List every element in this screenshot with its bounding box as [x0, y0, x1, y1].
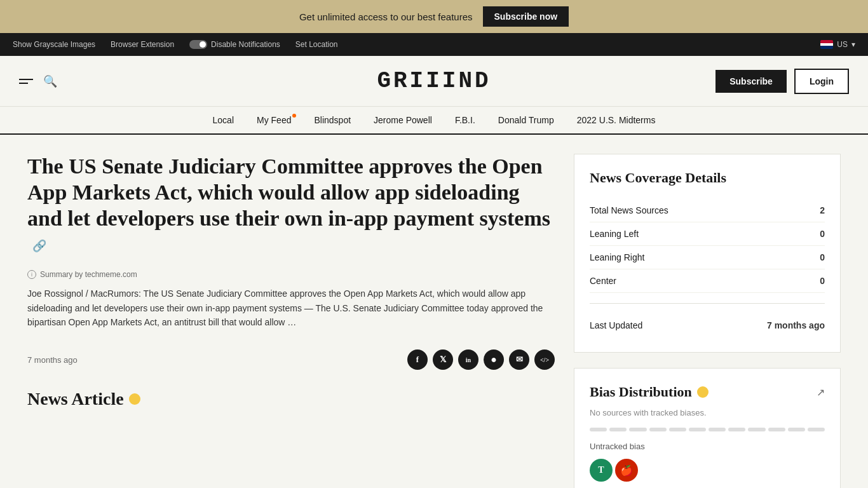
bias-card: Bias Distribution ↗ No sources with trac…	[574, 368, 841, 488]
header-right: Subscribe Login	[715, 69, 849, 94]
nav-item-blindspot[interactable]: Blindspot	[314, 115, 351, 125]
bias-header: Bias Distribution ↗	[590, 384, 825, 400]
coverage-row-sources: Total News Sources 2	[590, 199, 825, 222]
coverage-label-right: Leaning Right	[590, 252, 644, 262]
summary-source: Summary by techmeme.com	[40, 270, 137, 279]
set-location-link[interactable]: Set Location	[295, 40, 338, 49]
bias-title: Bias Distribution	[590, 384, 709, 400]
nav-dot-myfeed	[292, 114, 296, 118]
untracked-label: Untracked bias	[590, 442, 825, 451]
nav-item-fbi[interactable]: F.B.I.	[455, 115, 475, 125]
bias-bar-12	[808, 428, 825, 431]
section-heading: News Article	[27, 389, 555, 409]
bias-subtitle: No sources with tracked biases.	[590, 408, 825, 417]
coverage-row-updated: Last Updated 7 months ago	[590, 314, 825, 337]
info-icon: i	[27, 270, 36, 279]
banner-text: Get unlimited access to our best feature…	[299, 11, 473, 22]
us-flag-icon	[820, 40, 833, 49]
coverage-label-sources: Total News Sources	[590, 205, 668, 215]
main-article: The US Senate Judiciary Committee approv…	[27, 154, 555, 488]
sidebar: News Coverage Details Total News Sources…	[574, 154, 841, 488]
share-facebook[interactable]: f	[407, 349, 428, 370]
page-content: The US Senate Judiciary Committee approv…	[15, 135, 853, 488]
bias-bar-9	[748, 428, 765, 431]
bias-yellow-dot	[697, 386, 709, 398]
coverage-row-right: Leaning Right 0	[590, 246, 825, 269]
bias-bar-2	[609, 428, 627, 431]
toggle-switch-icon[interactable]	[189, 40, 207, 49]
article-body: Joe Rossignol / MacRumors: The US Senate…	[27, 287, 555, 329]
share-reddit[interactable]: ●	[484, 349, 504, 370]
bias-bar-8	[728, 428, 745, 431]
nav-item-myfeed[interactable]: My Feed	[257, 115, 291, 125]
coverage-row-center: Center 0	[590, 269, 825, 293]
article-time: 7 months ago	[27, 355, 78, 365]
coverage-value-sources: 2	[820, 205, 825, 215]
article-title: The US Senate Judiciary Committee approv…	[27, 154, 555, 257]
login-button[interactable]: Login	[794, 69, 849, 94]
coverage-value-right: 0	[820, 252, 825, 262]
coverage-card: News Coverage Details Total News Sources…	[574, 154, 841, 353]
avatar-a[interactable]: 🍎	[615, 459, 638, 482]
search-icon[interactable]: 🔍	[43, 74, 57, 88]
expand-icon[interactable]: ↗	[817, 386, 825, 398]
subscribe-now-button[interactable]: Subscribe now	[483, 6, 569, 27]
source-avatars: T 🍎	[590, 459, 825, 482]
region-chevron-icon: ▾	[851, 40, 855, 49]
region-label: US	[837, 40, 848, 49]
bias-bar-11	[788, 428, 805, 431]
nav-item-jerome[interactable]: Jerome Powell	[374, 115, 432, 125]
notifications-toggle[interactable]: Disable Notifications	[189, 40, 280, 49]
grayscale-toggle[interactable]: Show Grayscale Images	[13, 40, 95, 49]
coverage-label-left: Leaning Left	[590, 229, 639, 239]
bias-bar-7	[709, 428, 726, 431]
share-icons: f 𝕏 in ● ✉ </>	[407, 349, 555, 370]
avatar-t[interactable]: T	[590, 459, 613, 482]
coverage-value-updated: 7 months ago	[767, 320, 825, 330]
nav-item-midterms[interactable]: 2022 U.S. Midterms	[577, 115, 656, 125]
news-article-section: News Article	[27, 389, 555, 409]
coverage-row-left: Leaning Left 0	[590, 222, 825, 246]
article-link-icon[interactable]: 🔗	[32, 240, 46, 254]
share-twitter[interactable]: 𝕏	[433, 349, 453, 370]
article-meta: 7 months ago f 𝕏 in ● ✉ </>	[27, 339, 555, 370]
top-banner: Get unlimited access to our best feature…	[0, 0, 868, 33]
bias-bar-3	[629, 428, 646, 431]
nav-item-trump[interactable]: Donald Trump	[498, 115, 554, 125]
nav-bar: Local My Feed Blindspot Jerome Powell F.…	[0, 107, 868, 135]
coverage-value-left: 0	[820, 229, 825, 239]
coverage-value-center: 0	[820, 276, 825, 286]
bias-bar-6	[689, 428, 706, 431]
menu-line-2	[19, 83, 28, 84]
bias-bar-4	[649, 428, 667, 431]
utility-bar-left: Show Grayscale Images Browser Extension …	[13, 40, 820, 49]
share-embed[interactable]: </>	[534, 349, 555, 370]
coverage-label-updated: Last Updated	[590, 320, 642, 330]
region-selector[interactable]: US ▾	[820, 40, 855, 49]
bias-bar-1	[590, 428, 607, 431]
share-linkedin[interactable]: in	[458, 349, 478, 370]
bias-bar-10	[768, 428, 785, 431]
share-email[interactable]: ✉	[509, 349, 529, 370]
nav-item-local[interactable]: Local	[213, 115, 234, 125]
subscribe-button[interactable]: Subscribe	[715, 70, 787, 93]
notifications-label: Disable Notifications	[211, 40, 280, 49]
menu-line-1	[19, 79, 33, 80]
site-logo[interactable]: GRIIIND	[377, 68, 491, 94]
coverage-title: News Coverage Details	[590, 170, 825, 186]
summary-line: i Summary by techmeme.com	[27, 270, 555, 279]
browser-extension-link[interactable]: Browser Extension	[111, 40, 174, 49]
menu-icon[interactable]	[19, 79, 33, 84]
bias-bar-5	[669, 428, 686, 431]
utility-bar: Show Grayscale Images Browser Extension …	[0, 33, 868, 56]
main-header: 🔍 GRIIIND Subscribe Login	[0, 56, 868, 107]
section-yellow-dot	[129, 393, 140, 405]
bias-bar-container	[590, 428, 825, 431]
coverage-label-center: Center	[590, 276, 616, 286]
logo-text: GRIIIND	[377, 68, 491, 94]
header-left: 🔍	[19, 74, 57, 88]
coverage-divider	[590, 303, 825, 304]
